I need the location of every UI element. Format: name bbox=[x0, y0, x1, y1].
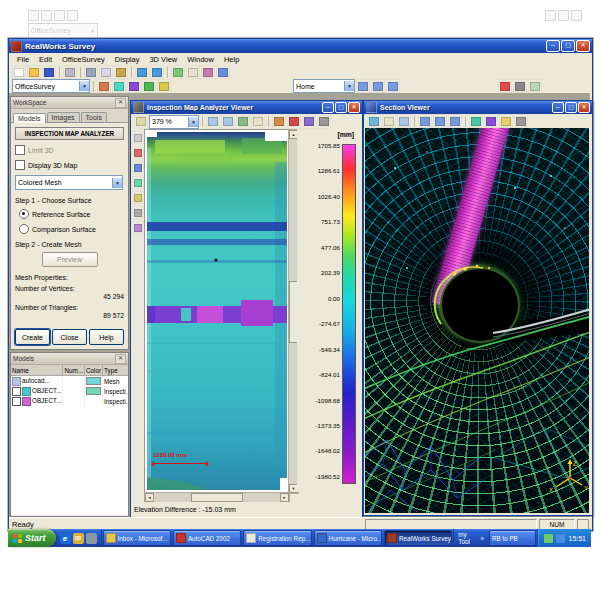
taskbar-toolbar[interactable]: my Tool » bbox=[453, 529, 488, 547]
create-button[interactable]: Create bbox=[15, 329, 50, 345]
heatmap-canvas[interactable]: 1200.00 mm bbox=[144, 129, 290, 494]
zoom-extents-icon[interactable] bbox=[171, 65, 185, 79]
column-type[interactable]: Type bbox=[103, 365, 129, 376]
sampling-icon[interactable] bbox=[112, 79, 126, 93]
point-cloud-icon[interactable] bbox=[469, 114, 483, 128]
task-autocad[interactable]: AutoCAD 2002 bbox=[173, 530, 241, 546]
save-icon[interactable] bbox=[42, 65, 56, 79]
comparison-surface-radio[interactable] bbox=[19, 224, 29, 234]
workspace-panel-header[interactable]: WorkSpace ✕ bbox=[11, 97, 128, 109]
mesh-icon[interactable] bbox=[127, 79, 141, 93]
close-button[interactable]: ✕ bbox=[576, 40, 590, 52]
task-rb-to-pb[interactable]: RB to PB bbox=[489, 530, 537, 546]
pan-icon[interactable] bbox=[251, 115, 265, 129]
scroll-left-icon[interactable]: ◄ bbox=[145, 493, 154, 502]
annotate-icon[interactable] bbox=[131, 191, 144, 204]
models-panel-header[interactable]: Models ✕ bbox=[11, 353, 128, 365]
minimize-button[interactable]: ─ bbox=[546, 40, 560, 52]
camera-icon[interactable] bbox=[513, 79, 527, 93]
tray-network-icon[interactable] bbox=[556, 534, 565, 543]
tray-status-icon[interactable] bbox=[544, 534, 553, 543]
inspection-icon[interactable] bbox=[142, 79, 156, 93]
help-button[interactable]: Help bbox=[89, 329, 124, 345]
scroll-right-icon[interactable]: ► bbox=[280, 493, 289, 502]
menu-file[interactable]: File bbox=[13, 55, 33, 64]
preview-button[interactable]: Preview bbox=[42, 252, 98, 267]
copy-icon[interactable] bbox=[99, 65, 113, 79]
main-titlebar[interactable]: RealWorks Survey ─ ▢ ✕ bbox=[9, 39, 592, 53]
mesh-display-icon[interactable] bbox=[484, 114, 498, 128]
reference-surface-radio[interactable] bbox=[19, 209, 29, 219]
row-checkbox[interactable] bbox=[12, 387, 21, 396]
show-desktop-icon[interactable] bbox=[86, 533, 97, 544]
fit-view-icon[interactable] bbox=[236, 115, 250, 129]
elevation-heatmap[interactable] bbox=[147, 132, 287, 490]
close-button[interactable]: ✕ bbox=[578, 102, 590, 113]
cutting-plane-icon[interactable] bbox=[157, 79, 171, 93]
scroll-thumb[interactable] bbox=[191, 493, 243, 502]
inspection-titlebar[interactable]: Inspection Map Analyzer Viewer ─ ▢ ✕ bbox=[131, 101, 362, 114]
settings-icon[interactable] bbox=[317, 115, 331, 129]
tab-images[interactable]: Images bbox=[47, 112, 80, 122]
draw-polyline-icon[interactable] bbox=[131, 176, 144, 189]
view-side-icon[interactable] bbox=[448, 114, 462, 128]
zoom-icon[interactable] bbox=[397, 114, 411, 128]
view-combo[interactable]: Home ▼ bbox=[293, 79, 355, 93]
mode-combo[interactable]: OfficeSurvey ▼ bbox=[12, 79, 90, 93]
task-inbox[interactable]: Inbox - Microsof... bbox=[103, 530, 171, 546]
zoom-in-icon[interactable] bbox=[206, 115, 220, 129]
menu-help[interactable]: Help bbox=[220, 55, 243, 64]
outlook-icon[interactable]: ✉ bbox=[73, 533, 84, 544]
close-button[interactable]: Close bbox=[52, 329, 87, 345]
open-icon[interactable] bbox=[27, 65, 41, 79]
display-3d-map-checkbox[interactable] bbox=[15, 160, 25, 170]
start-button[interactable]: Start bbox=[8, 529, 56, 547]
view-top-icon[interactable] bbox=[356, 79, 370, 93]
resize-grip[interactable] bbox=[577, 519, 589, 530]
limit-3d-checkbox[interactable] bbox=[15, 145, 25, 155]
view-top-icon[interactable] bbox=[418, 114, 432, 128]
maximize-button[interactable]: ▢ bbox=[561, 40, 575, 52]
measure-icon[interactable] bbox=[272, 115, 286, 129]
select-icon[interactable] bbox=[131, 131, 144, 144]
table-row[interactable]: OBJECT... Inspecti... bbox=[11, 386, 128, 396]
help-icon[interactable] bbox=[216, 65, 230, 79]
column-name[interactable]: Name bbox=[11, 365, 63, 376]
layers-icon[interactable] bbox=[131, 221, 144, 234]
label-icon[interactable] bbox=[287, 115, 301, 129]
maximize-button[interactable]: ▢ bbox=[335, 102, 347, 113]
view-iso-icon[interactable] bbox=[386, 79, 400, 93]
close-icon[interactable]: ✕ bbox=[115, 98, 126, 108]
mesh-type-combo[interactable]: Colored Mesh ▼ bbox=[15, 175, 123, 190]
print-icon[interactable] bbox=[63, 65, 77, 79]
minimize-button[interactable]: ─ bbox=[322, 102, 334, 113]
close-button[interactable]: ✕ bbox=[348, 102, 360, 113]
pan-icon[interactable] bbox=[382, 114, 396, 128]
view-front-icon[interactable] bbox=[433, 114, 447, 128]
zoom-out-icon[interactable] bbox=[221, 115, 235, 129]
pick-point-icon[interactable] bbox=[131, 146, 144, 159]
settings-icon[interactable] bbox=[514, 114, 528, 128]
column-num[interactable]: Num... bbox=[63, 365, 85, 376]
new-icon[interactable] bbox=[12, 65, 26, 79]
menu-officesurvey[interactable]: OfficeSurvey bbox=[58, 55, 109, 64]
menu-edit[interactable]: Edit bbox=[35, 55, 56, 64]
rotate-icon[interactable] bbox=[201, 65, 215, 79]
cut-icon[interactable] bbox=[84, 65, 98, 79]
undo-icon[interactable] bbox=[135, 65, 149, 79]
menu-display[interactable]: Display bbox=[111, 55, 144, 64]
segmentation-icon[interactable] bbox=[97, 79, 111, 93]
target-icon[interactable] bbox=[498, 79, 512, 93]
section-3d-view[interactable]: Z X Y bbox=[365, 128, 589, 513]
table-row[interactable]: OBJECT... Inspecti... bbox=[11, 396, 128, 406]
menu-window[interactable]: Window bbox=[183, 55, 218, 64]
table-row[interactable]: autocad... Mesh bbox=[11, 376, 128, 387]
minimize-button[interactable]: ─ bbox=[552, 102, 564, 113]
section-titlebar[interactable]: Section Viewer ─ ▢ ✕ bbox=[364, 101, 592, 114]
redo-icon[interactable] bbox=[150, 65, 164, 79]
grid-icon[interactable] bbox=[528, 79, 542, 93]
tab-tools[interactable]: Tools bbox=[81, 112, 107, 122]
column-color[interactable]: Color bbox=[84, 365, 102, 376]
snapshot-icon[interactable] bbox=[134, 115, 148, 129]
paste-icon[interactable] bbox=[114, 65, 128, 79]
